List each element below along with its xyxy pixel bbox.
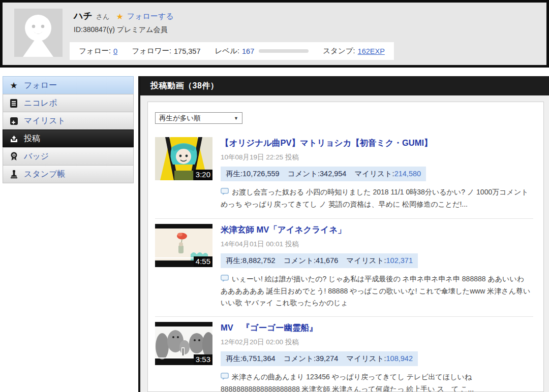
mylist-count: 102,371 [386,256,413,265]
user-honorific: さん [96,12,110,21]
sidebar-item-label: フォロー [24,80,57,91]
follow-count-value[interactable]: 0 [113,47,117,55]
video-item: 4:55 米津玄師 MV「アイネクライネ」 14年04月01日 00:01 投稿… [155,219,533,317]
comment-bubble-icon [221,372,229,383]
mylist-count: 214,580 [394,170,421,178]
video-title-link[interactable]: 【オリジナル曲PV】マトリョシカ【初音ミク・GUMI】 [221,138,433,149]
sort-dropdown-value: 再生が多い順 [159,114,201,123]
badge-icon [9,152,18,161]
view-count: 8,882,752 [242,256,276,265]
sidebar-item-nicorepo[interactable]: ニコレポ [3,94,134,112]
follow-button[interactable]: フォローする [127,12,174,21]
stamp-exp: スタンプ: 162EXP [323,46,385,56]
stamp-exp-value[interactable]: 162EXP [358,47,385,55]
video-duration-badge: 4:55 [194,256,212,267]
sidebar-item-label: 投稿 [24,134,40,144]
recent-comments: いぇーい! 絵は誰が描いたの? じゃあ私は平成最後の ネ申ネ申ネ申ネ申 8888… [221,273,532,308]
follow-count: フォロー: 0 [79,46,117,56]
sidebar-item-label: スタンプ帳 [24,169,66,180]
recent-comments-text: いぇーい! 絵は誰が描いたの? じゃあ私は平成最後の ネ申ネ申ネ申ネ申 8888… [221,275,530,307]
user-name: ハチ [74,10,93,22]
user-level: レベル: 167 [215,46,309,56]
recent-comments: 米津さんの曲あんまり 123456 やっぱり戻ってきてし テレビ出てほしいね 8… [221,371,532,392]
view-count: 10,726,559 [242,170,280,178]
mylist-icon [9,116,18,125]
video-item: 3:53 MV 『ゴーゴー幽霊船』 12年02月20日 02:00 投稿 再生:… [155,317,533,392]
comment-bubble-icon [221,274,229,285]
sidebar-item-stampbook[interactable]: スタンプ帳 [3,165,134,183]
avatar [14,9,63,57]
sidebar-item-badges[interactable]: バッジ [3,147,134,166]
user-stats-strip: フォロー: 0 フォロワー: 175,357 レベル: 167 スタンプ: 16… [70,42,394,60]
main-content: 投稿動画（38件） 再生が多い順 ▼ [138,76,549,392]
video-thumbnail[interactable]: 3:53 [155,322,212,365]
sidebar-item-label: バッジ [24,151,49,162]
video-upload-date: 14年04月01日 00:01 投稿 [221,240,532,249]
video-duration-badge: 3:20 [194,170,212,180]
upload-icon [9,134,18,143]
video-stats-bar: 再生:10,726,559 コメント:342,954 マイリスト:214,580 [221,167,426,181]
recent-comments-text: 米津さんの曲あんまり 123456 やっぱり戻ってきてし テレビ出てほしいね 8… [221,373,474,392]
sidebar-item-uploads[interactable]: 投稿 [3,129,134,148]
video-stats-bar: 再生:6,751,364 コメント:39,274 マイリスト:108,942 [221,351,418,366]
view-count: 6,751,364 [242,354,276,363]
video-thumbnail[interactable]: 3:20 [155,137,212,180]
follower-count: フォロワー: 175,357 [132,46,200,56]
video-duration-badge: 3:53 [194,354,212,365]
level-progress-bar [259,49,309,53]
sidebar-item-follow[interactable]: ★ フォロー [3,76,134,94]
comment-count: 342,954 [320,170,346,178]
mylist-count: 108,942 [386,354,413,363]
video-upload-date: 12年02月20日 02:00 投稿 [221,338,532,347]
recent-comments-text: お渡し会言った奴おる 小四の時知りました 2018 11/1 0時38分いるかい… [221,188,529,208]
user-id-line: ID:380847(γ) プレミアム会員 [74,25,167,35]
video-upload-date: 10年08月19日 22:25 投稿 [221,153,532,162]
video-item: 3:20 【オリジナル曲PV】マトリョシカ【初音ミク・GUMI】 10年08月1… [155,132,533,219]
video-title-link[interactable]: MV 『ゴーゴー幽霊船』 [221,322,318,334]
nicorepo-icon [9,99,18,108]
sidebar-item-label: マイリスト [24,116,66,126]
recent-comments: お渡し会言った奴おる 小四の時知りました 2018 11/1 0時38分いるかい… [221,186,532,210]
section-title: 投稿動画（38件） [140,76,549,95]
dropdown-arrow-icon: ▼ [234,116,238,121]
sort-dropdown[interactable]: 再生が多い順 ▼ [155,112,242,124]
star-icon: ★ [9,81,18,90]
follower-count-value: 175,357 [174,47,200,55]
video-thumbnail[interactable]: 4:55 [155,224,212,267]
level-value: 167 [242,47,254,55]
video-stats-bar: 再生:8,882,752 コメント:41,676 マイリスト:102,371 [221,253,418,268]
comment-count: 39,274 [316,354,338,363]
video-title-link[interactable]: 米津玄師 MV「アイネクライネ」 [221,224,346,236]
sidebar-item-mylist[interactable]: マイリスト [3,112,134,130]
video-list-panel: 再生が多い順 ▼ [147,102,544,392]
sidebar-item-label: ニコレポ [24,98,57,109]
follow-star-icon: ★ [116,12,123,21]
comment-bubble-icon [221,187,229,199]
comment-count: 41,676 [316,256,338,265]
sidebar: ★ フォロー ニコレポ マイリスト 投稿 バッジ スタンプ帳 [3,76,134,183]
default-avatar-figure [14,9,63,57]
stamp-icon [9,170,18,179]
profile-header: ハチ さん ★ フォローする ID:380847(γ) プレミアム会員 フォロー… [0,0,549,68]
